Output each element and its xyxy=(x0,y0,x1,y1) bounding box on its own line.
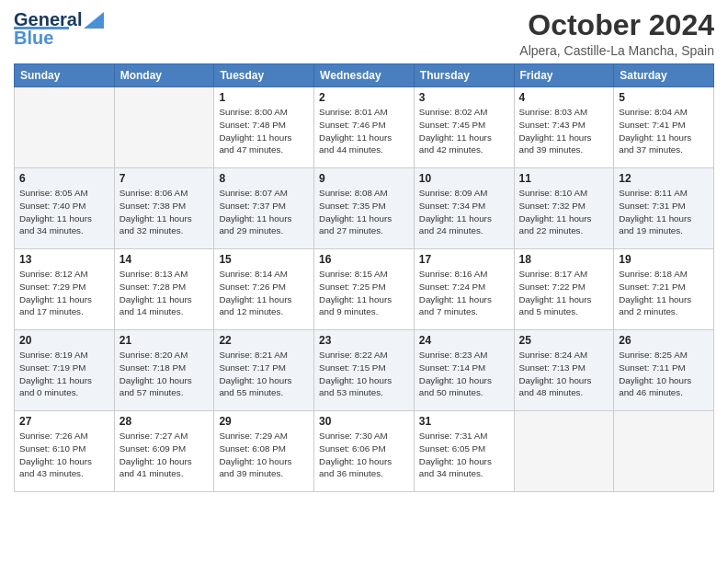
day-number: 22 xyxy=(219,334,309,347)
day-number: 5 xyxy=(619,91,709,104)
day-number: 15 xyxy=(219,253,309,266)
calendar-cell: 20Sunrise: 8:19 AM Sunset: 7:19 PM Dayli… xyxy=(15,330,115,411)
day-info: Sunrise: 8:20 AM Sunset: 7:18 PM Dayligh… xyxy=(119,349,210,399)
page: General Blue October 2024 Alpera, Castil… xyxy=(0,0,728,563)
calendar-cell: 23Sunrise: 8:22 AM Sunset: 7:15 PM Dayli… xyxy=(314,330,415,411)
day-info: Sunrise: 8:05 AM Sunset: 7:40 PM Dayligh… xyxy=(19,187,109,237)
day-info: Sunrise: 8:10 AM Sunset: 7:32 PM Dayligh… xyxy=(519,187,609,237)
calendar-cell: 11Sunrise: 8:10 AM Sunset: 7:32 PM Dayli… xyxy=(514,168,614,249)
col-header-tuesday: Tuesday xyxy=(214,64,314,87)
logo-icon xyxy=(84,8,104,29)
day-number: 13 xyxy=(19,253,109,266)
calendar-cell xyxy=(114,87,214,168)
day-info: Sunrise: 7:30 AM Sunset: 6:06 PM Dayligh… xyxy=(319,430,409,480)
day-number: 17 xyxy=(419,253,509,266)
col-header-saturday: Saturday xyxy=(614,64,714,87)
day-number: 24 xyxy=(419,334,509,347)
day-number: 6 xyxy=(19,172,109,185)
day-number: 4 xyxy=(519,91,609,104)
day-number: 31 xyxy=(419,415,509,428)
day-info: Sunrise: 8:17 AM Sunset: 7:22 PM Dayligh… xyxy=(519,268,609,318)
calendar-cell: 1Sunrise: 8:00 AM Sunset: 7:48 PM Daylig… xyxy=(214,87,314,168)
calendar-cell: 16Sunrise: 8:15 AM Sunset: 7:25 PM Dayli… xyxy=(314,249,415,330)
day-info: Sunrise: 8:09 AM Sunset: 7:34 PM Dayligh… xyxy=(419,187,509,237)
day-info: Sunrise: 8:24 AM Sunset: 7:13 PM Dayligh… xyxy=(519,349,609,399)
day-number: 12 xyxy=(619,172,709,185)
day-number: 11 xyxy=(519,172,609,185)
day-info: Sunrise: 8:25 AM Sunset: 7:11 PM Dayligh… xyxy=(619,349,709,399)
calendar-cell: 28Sunrise: 7:27 AM Sunset: 6:09 PM Dayli… xyxy=(114,411,214,492)
day-info: Sunrise: 8:07 AM Sunset: 7:37 PM Dayligh… xyxy=(219,187,309,237)
calendar-week-4: 20Sunrise: 8:19 AM Sunset: 7:19 PM Dayli… xyxy=(15,330,714,411)
day-number: 28 xyxy=(119,415,210,428)
day-info: Sunrise: 8:15 AM Sunset: 7:25 PM Dayligh… xyxy=(319,268,409,318)
calendar-cell: 21Sunrise: 8:20 AM Sunset: 7:18 PM Dayli… xyxy=(114,330,214,411)
calendar-week-3: 13Sunrise: 8:12 AM Sunset: 7:29 PM Dayli… xyxy=(15,249,714,330)
calendar-cell: 29Sunrise: 7:29 AM Sunset: 6:08 PM Dayli… xyxy=(214,411,314,492)
logo-blue: Blue xyxy=(14,28,53,49)
calendar-week-5: 27Sunrise: 7:26 AM Sunset: 6:10 PM Dayli… xyxy=(15,411,714,492)
day-info: Sunrise: 7:27 AM Sunset: 6:09 PM Dayligh… xyxy=(119,430,210,480)
day-info: Sunrise: 8:02 AM Sunset: 7:45 PM Dayligh… xyxy=(419,106,509,156)
calendar-cell xyxy=(15,87,115,168)
day-info: Sunrise: 8:01 AM Sunset: 7:46 PM Dayligh… xyxy=(319,106,409,156)
calendar-cell: 5Sunrise: 8:04 AM Sunset: 7:41 PM Daylig… xyxy=(614,87,714,168)
calendar-cell: 7Sunrise: 8:06 AM Sunset: 7:38 PM Daylig… xyxy=(114,168,214,249)
day-info: Sunrise: 7:26 AM Sunset: 6:10 PM Dayligh… xyxy=(19,430,109,480)
col-header-thursday: Thursday xyxy=(414,64,514,87)
day-number: 1 xyxy=(219,91,309,104)
col-header-sunday: Sunday xyxy=(15,64,115,87)
calendar-cell: 4Sunrise: 8:03 AM Sunset: 7:43 PM Daylig… xyxy=(514,87,614,168)
calendar-cell: 18Sunrise: 8:17 AM Sunset: 7:22 PM Dayli… xyxy=(514,249,614,330)
day-info: Sunrise: 8:04 AM Sunset: 7:41 PM Dayligh… xyxy=(619,106,709,156)
day-info: Sunrise: 8:13 AM Sunset: 7:28 PM Dayligh… xyxy=(119,268,210,318)
day-info: Sunrise: 8:08 AM Sunset: 7:35 PM Dayligh… xyxy=(319,187,409,237)
col-header-monday: Monday xyxy=(114,64,214,87)
calendar-cell: 9Sunrise: 8:08 AM Sunset: 7:35 PM Daylig… xyxy=(314,168,415,249)
day-number: 27 xyxy=(19,415,109,428)
day-number: 26 xyxy=(619,334,709,347)
calendar-cell: 27Sunrise: 7:26 AM Sunset: 6:10 PM Dayli… xyxy=(15,411,115,492)
day-info: Sunrise: 8:18 AM Sunset: 7:21 PM Dayligh… xyxy=(619,268,709,318)
day-number: 14 xyxy=(119,253,210,266)
location: Alpera, Castille-La Mancha, Spain xyxy=(519,43,714,58)
day-info: Sunrise: 8:21 AM Sunset: 7:17 PM Dayligh… xyxy=(219,349,309,399)
month-title: October 2024 xyxy=(519,9,714,41)
day-number: 25 xyxy=(519,334,609,347)
calendar-cell xyxy=(514,411,614,492)
day-info: Sunrise: 8:14 AM Sunset: 7:26 PM Dayligh… xyxy=(219,268,309,318)
day-number: 21 xyxy=(119,334,210,347)
day-info: Sunrise: 8:06 AM Sunset: 7:38 PM Dayligh… xyxy=(119,187,210,237)
calendar-header-row: SundayMondayTuesdayWednesdayThursdayFrid… xyxy=(15,64,714,87)
calendar-cell: 19Sunrise: 8:18 AM Sunset: 7:21 PM Dayli… xyxy=(614,249,714,330)
calendar-cell: 12Sunrise: 8:11 AM Sunset: 7:31 PM Dayli… xyxy=(614,168,714,249)
day-info: Sunrise: 8:22 AM Sunset: 7:15 PM Dayligh… xyxy=(319,349,409,399)
calendar: SundayMondayTuesdayWednesdayThursdayFrid… xyxy=(14,63,714,492)
day-number: 3 xyxy=(419,91,509,104)
calendar-cell: 15Sunrise: 8:14 AM Sunset: 7:26 PM Dayli… xyxy=(214,249,314,330)
day-info: Sunrise: 7:29 AM Sunset: 6:08 PM Dayligh… xyxy=(219,430,309,480)
day-info: Sunrise: 7:31 AM Sunset: 6:05 PM Dayligh… xyxy=(419,430,509,480)
day-info: Sunrise: 8:16 AM Sunset: 7:24 PM Dayligh… xyxy=(419,268,509,318)
day-number: 20 xyxy=(19,334,109,347)
calendar-cell: 8Sunrise: 8:07 AM Sunset: 7:37 PM Daylig… xyxy=(214,168,314,249)
day-number: 29 xyxy=(219,415,309,428)
calendar-week-2: 6Sunrise: 8:05 AM Sunset: 7:40 PM Daylig… xyxy=(15,168,714,249)
day-number: 7 xyxy=(119,172,210,185)
calendar-cell: 17Sunrise: 8:16 AM Sunset: 7:24 PM Dayli… xyxy=(414,249,514,330)
col-header-friday: Friday xyxy=(514,64,614,87)
day-number: 10 xyxy=(419,172,509,185)
day-number: 2 xyxy=(319,91,409,104)
col-header-wednesday: Wednesday xyxy=(314,64,415,87)
calendar-cell: 26Sunrise: 8:25 AM Sunset: 7:11 PM Dayli… xyxy=(614,330,714,411)
day-info: Sunrise: 8:00 AM Sunset: 7:48 PM Dayligh… xyxy=(219,106,309,156)
day-info: Sunrise: 8:03 AM Sunset: 7:43 PM Dayligh… xyxy=(519,106,609,156)
header: General Blue October 2024 Alpera, Castil… xyxy=(14,9,714,58)
day-info: Sunrise: 8:11 AM Sunset: 7:31 PM Dayligh… xyxy=(619,187,709,237)
day-info: Sunrise: 8:12 AM Sunset: 7:29 PM Dayligh… xyxy=(19,268,109,318)
calendar-cell: 6Sunrise: 8:05 AM Sunset: 7:40 PM Daylig… xyxy=(15,168,115,249)
day-number: 19 xyxy=(619,253,709,266)
calendar-cell: 30Sunrise: 7:30 AM Sunset: 6:06 PM Dayli… xyxy=(314,411,415,492)
day-number: 8 xyxy=(219,172,309,185)
day-info: Sunrise: 8:23 AM Sunset: 7:14 PM Dayligh… xyxy=(419,349,509,399)
